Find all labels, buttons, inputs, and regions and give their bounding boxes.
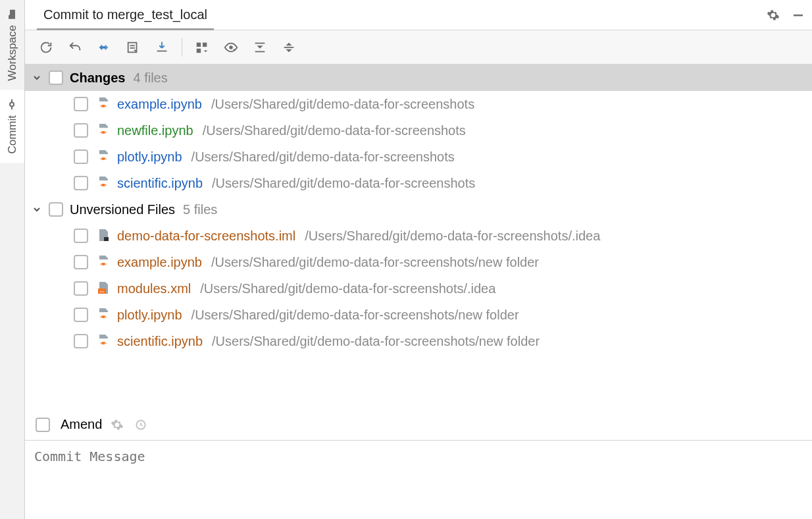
toolbar-separator bbox=[182, 38, 182, 57]
file-row[interactable]: example.ipynb/Users/Shared/git/demo-data… bbox=[25, 91, 812, 117]
shelve-icon bbox=[155, 40, 169, 55]
panel-title: Commit to merge_test_local bbox=[37, 2, 214, 28]
folder-icon bbox=[7, 9, 18, 20]
file-name: example.ipynb bbox=[117, 97, 202, 112]
file-type-icon bbox=[96, 254, 112, 270]
chevron-down-icon[interactable] bbox=[30, 71, 43, 84]
file-row[interactable]: <>modules.xml/Users/Shared/git/demo-data… bbox=[25, 275, 812, 302]
file-name: scientific.ipynb bbox=[117, 334, 203, 349]
file-row[interactable]: example.ipynb/Users/Shared/git/demo-data… bbox=[25, 249, 812, 275]
history-button[interactable] bbox=[132, 416, 149, 433]
file-path: /Users/Shared/git/demo-data-for-screensh… bbox=[211, 255, 539, 270]
file-type-icon bbox=[96, 96, 112, 112]
refresh-icon bbox=[39, 40, 53, 55]
group-header[interactable]: Unversioned Files5 files bbox=[25, 196, 812, 223]
file-path: /Users/Shared/git/demo-data-for-screensh… bbox=[191, 150, 455, 165]
group-icon bbox=[195, 40, 209, 55]
file-checkbox[interactable] bbox=[74, 255, 88, 269]
rail-tab-label: Commit bbox=[6, 115, 19, 154]
file-name: scientific.ipynb bbox=[117, 176, 203, 191]
commit-message-input[interactable] bbox=[34, 449, 803, 464]
minimize-button[interactable] bbox=[790, 7, 807, 24]
file-path: /Users/Shared/git/demo-data-for-screensh… bbox=[200, 281, 495, 296]
view-options-button[interactable] bbox=[218, 34, 244, 61]
rail-tab-commit[interactable]: Commit bbox=[0, 90, 24, 163]
collapse-icon bbox=[282, 40, 296, 55]
file-type-icon bbox=[96, 123, 112, 138]
file-row[interactable]: plotly.ipynb/Users/Shared/git/demo-data-… bbox=[25, 144, 812, 170]
file-row[interactable]: demo-data-for-screenshots.iml/Users/Shar… bbox=[25, 223, 812, 249]
file-checkbox[interactable] bbox=[74, 229, 88, 243]
expand-all-button[interactable] bbox=[247, 34, 273, 61]
commit-options-button[interactable] bbox=[109, 416, 126, 433]
file-path: /Users/Shared/git/demo-data-for-screensh… bbox=[211, 97, 474, 112]
amend-label: Amend bbox=[61, 417, 102, 432]
show-diff-button[interactable] bbox=[91, 34, 117, 61]
panel-header: Commit to merge_test_local bbox=[25, 0, 812, 30]
svg-point-0 bbox=[11, 103, 14, 107]
rollback-icon bbox=[68, 40, 82, 55]
main-panel: Commit to merge_test_local bbox=[25, 0, 812, 519]
rail-tab-workspace[interactable]: Workspace bbox=[0, 0, 24, 90]
file-checkbox[interactable] bbox=[74, 97, 88, 111]
group-checkbox[interactable] bbox=[49, 202, 63, 217]
file-checkbox[interactable] bbox=[74, 281, 88, 296]
group-checkbox[interactable] bbox=[49, 70, 63, 85]
file-type-icon bbox=[96, 175, 112, 191]
file-type-icon bbox=[96, 149, 112, 165]
file-type-icon: <> bbox=[96, 281, 112, 296]
diff-icon bbox=[97, 40, 111, 55]
file-checkbox[interactable] bbox=[74, 334, 88, 348]
file-path: /Users/Shared/git/demo-data-for-screensh… bbox=[191, 308, 519, 323]
rail-tab-label: Workspace bbox=[6, 25, 19, 81]
file-name: modules.xml bbox=[117, 281, 191, 296]
expand-icon bbox=[253, 40, 267, 55]
file-row[interactable]: scientific.ipynb/Users/Shared/git/demo-d… bbox=[25, 170, 812, 196]
left-rail: Workspace Commit bbox=[0, 0, 25, 519]
file-type-icon bbox=[96, 333, 112, 349]
minimize-icon bbox=[792, 9, 804, 21]
commit-message-area bbox=[25, 440, 812, 519]
toolbar bbox=[25, 30, 812, 65]
file-row[interactable]: plotly.ipynb/Users/Shared/git/demo-data-… bbox=[25, 302, 812, 328]
file-checkbox[interactable] bbox=[74, 308, 88, 322]
eye-icon bbox=[224, 40, 238, 55]
file-row[interactable]: newfile.ipynb/Users/Shared/git/demo-data… bbox=[25, 117, 812, 144]
file-row[interactable]: scientific.ipynb/Users/Shared/git/demo-d… bbox=[25, 328, 812, 354]
group-label: Changes bbox=[70, 70, 125, 86]
shelve-button[interactable] bbox=[149, 34, 175, 61]
changelist-button[interactable] bbox=[120, 34, 146, 61]
file-checkbox[interactable] bbox=[74, 176, 88, 190]
file-path: /Users/Shared/git/demo-data-for-screensh… bbox=[212, 334, 540, 349]
svg-point-11 bbox=[229, 45, 233, 49]
group-by-button[interactable] bbox=[189, 34, 215, 61]
group-label: Unversioned Files bbox=[70, 202, 175, 217]
settings-button[interactable] bbox=[765, 7, 782, 24]
group-count: 4 files bbox=[133, 70, 167, 86]
header-icons bbox=[765, 7, 807, 24]
svg-rect-10 bbox=[197, 48, 201, 52]
gear-icon bbox=[767, 9, 780, 22]
svg-rect-3 bbox=[794, 14, 803, 16]
file-path: /Users/Shared/git/demo-data-for-screensh… bbox=[203, 123, 466, 138]
file-type-icon bbox=[96, 228, 112, 244]
refresh-button[interactable] bbox=[33, 34, 59, 61]
file-path: /Users/Shared/git/demo-data-for-screensh… bbox=[305, 229, 600, 244]
file-name: demo-data-for-screenshots.iml bbox=[117, 229, 295, 244]
file-name: example.ipynb bbox=[117, 255, 202, 270]
rollback-button[interactable] bbox=[62, 34, 88, 61]
changelist-icon bbox=[126, 40, 140, 55]
group-header[interactable]: Changes4 files bbox=[25, 65, 812, 91]
file-path: /Users/Shared/git/demo-data-for-screensh… bbox=[212, 176, 475, 191]
file-name: newfile.ipynb bbox=[117, 123, 193, 138]
chevron-down-icon[interactable] bbox=[30, 203, 43, 216]
file-checkbox[interactable] bbox=[74, 123, 88, 138]
changes-tree[interactable]: Changes4 filesexample.ipynb/Users/Shared… bbox=[25, 65, 812, 408]
svg-rect-9 bbox=[203, 42, 207, 46]
amend-checkbox[interactable] bbox=[36, 418, 50, 432]
file-checkbox[interactable] bbox=[74, 150, 88, 164]
amend-bar: Amend bbox=[25, 408, 812, 440]
svg-rect-8 bbox=[197, 42, 201, 46]
collapse-all-button[interactable] bbox=[276, 34, 302, 61]
file-type-icon bbox=[96, 307, 112, 323]
